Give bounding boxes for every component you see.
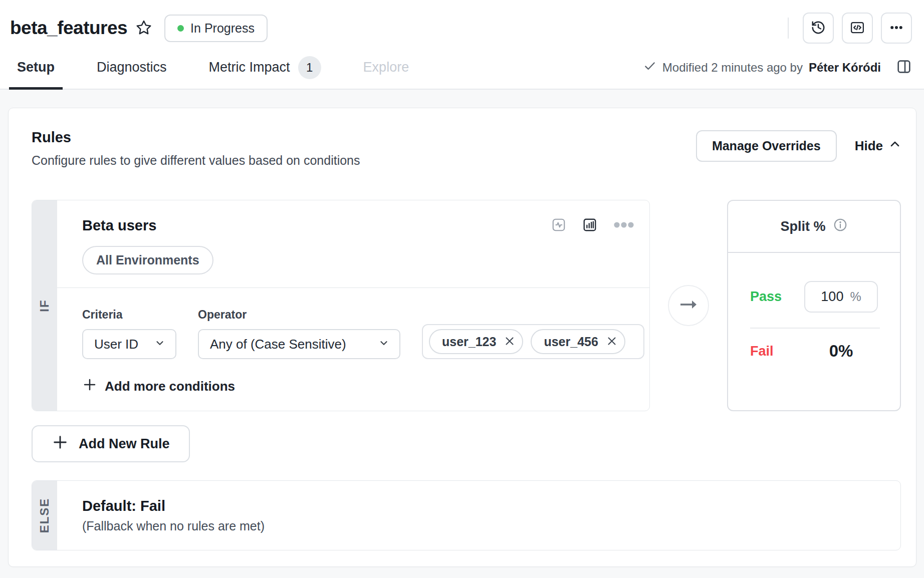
- modified-author: Péter Kóródi: [809, 61, 881, 75]
- default-value-title: Default: Fail: [82, 498, 900, 514]
- tab-bar: Setup Diagnostics Metric Impact 1 Explor…: [0, 46, 924, 90]
- panel-right-icon: [896, 59, 912, 76]
- default-value-subtitle: (Fallback when no rules are met): [82, 519, 900, 533]
- more-icon: [889, 20, 904, 37]
- add-more-conditions-button[interactable]: Add more conditions: [82, 377, 235, 396]
- topbar: beta_features In Progress: [0, 0, 924, 46]
- activity-chart-icon: [551, 217, 566, 234]
- rule-more-button[interactable]: [613, 221, 634, 230]
- operator-select[interactable]: Any of (Case Sensitive): [198, 329, 400, 359]
- rule-activity-button[interactable]: [551, 217, 566, 234]
- modified-status: Modified 2 minutes ago by Péter Kóródi: [643, 59, 912, 76]
- rules-card: Rules Configure rules to give different …: [8, 108, 916, 567]
- rules-heading: Rules: [32, 129, 360, 146]
- rules-subtitle: Configure rules to give different values…: [32, 153, 360, 168]
- divider: [750, 328, 880, 329]
- tab-metric-impact[interactable]: Metric Impact 1: [201, 46, 329, 89]
- pass-percentage-input[interactable]: 100 %: [804, 281, 878, 313]
- criteria-select[interactable]: User ID: [82, 329, 176, 359]
- plus-icon: [82, 377, 97, 396]
- favorite-star-button[interactable]: [135, 19, 152, 38]
- else-row: ELSE Default: Fail (Fallback when no rul…: [32, 480, 901, 550]
- arrow-right-icon: [678, 298, 699, 313]
- check-icon: [643, 60, 656, 76]
- value-tag: user_123: [429, 329, 523, 354]
- close-icon: [605, 335, 618, 349]
- add-new-rule-button[interactable]: Add New Rule: [32, 425, 190, 462]
- side-panel-toggle-button[interactable]: [896, 59, 912, 76]
- feature-gate-page: beta_features In Progress: [0, 0, 924, 578]
- history-button[interactable]: [803, 13, 834, 44]
- arrow-circle: [668, 285, 709, 326]
- code-button[interactable]: [842, 13, 873, 44]
- values-input[interactable]: user_123: [422, 324, 644, 359]
- more-dots-icon: [613, 221, 634, 230]
- rule-name: Beta users: [82, 217, 156, 234]
- code-icon: [850, 20, 865, 37]
- rule-result-connector: [650, 200, 727, 411]
- bar-chart-icon: [582, 217, 597, 234]
- pass-label: Pass: [750, 289, 782, 305]
- chevron-up-icon: [889, 138, 901, 154]
- status-label: In Progress: [190, 21, 255, 36]
- remove-tag-button[interactable]: [503, 335, 516, 349]
- close-icon: [503, 335, 516, 349]
- else-keyword-strip: ELSE: [32, 481, 57, 550]
- chevron-down-icon: [378, 337, 389, 352]
- status-dot-icon: [177, 25, 184, 32]
- tab-diagnostics[interactable]: Diagnostics: [89, 46, 175, 89]
- divider: [788, 18, 789, 39]
- main-content: Rules Configure rules to give different …: [0, 90, 924, 578]
- criteria-field: Criteria User ID: [82, 308, 176, 359]
- value-tag: user_456: [531, 329, 625, 354]
- rule-card: IF Beta users: [32, 200, 650, 411]
- history-icon: [811, 20, 826, 37]
- criteria-label: Criteria: [82, 308, 176, 322]
- more-options-button[interactable]: [881, 13, 912, 44]
- environment-pill: All Environments: [82, 246, 213, 274]
- plus-icon: [52, 434, 69, 454]
- tab-explore: Explore: [355, 46, 417, 89]
- page-title: beta_features: [10, 18, 127, 39]
- tab-setup[interactable]: Setup: [9, 46, 63, 89]
- status-badge[interactable]: In Progress: [164, 15, 268, 42]
- chevron-down-icon: [154, 337, 165, 352]
- rule-row: IF Beta users: [32, 200, 901, 411]
- info-icon[interactable]: [833, 217, 848, 236]
- fail-label: Fail: [750, 344, 774, 359]
- split-title: Split %: [780, 219, 825, 234]
- hide-rules-button[interactable]: Hide: [855, 138, 901, 154]
- metric-impact-count-badge: 1: [298, 56, 321, 79]
- fail-percentage-value: 0%: [804, 342, 878, 361]
- remove-tag-button[interactable]: [605, 335, 618, 349]
- operator-label: Operator: [198, 308, 400, 322]
- operator-field: Operator Any of (Case Sensitive): [198, 308, 400, 359]
- modified-text: Modified 2 minutes ago by: [662, 61, 803, 75]
- rule-analytics-button[interactable]: [582, 217, 597, 234]
- split-panel: Split % Pass: [727, 200, 901, 411]
- manage-overrides-button[interactable]: Manage Overrides: [696, 130, 837, 162]
- star-icon: [135, 19, 152, 38]
- percent-unit: %: [850, 290, 861, 304]
- if-keyword-strip: IF: [32, 200, 57, 411]
